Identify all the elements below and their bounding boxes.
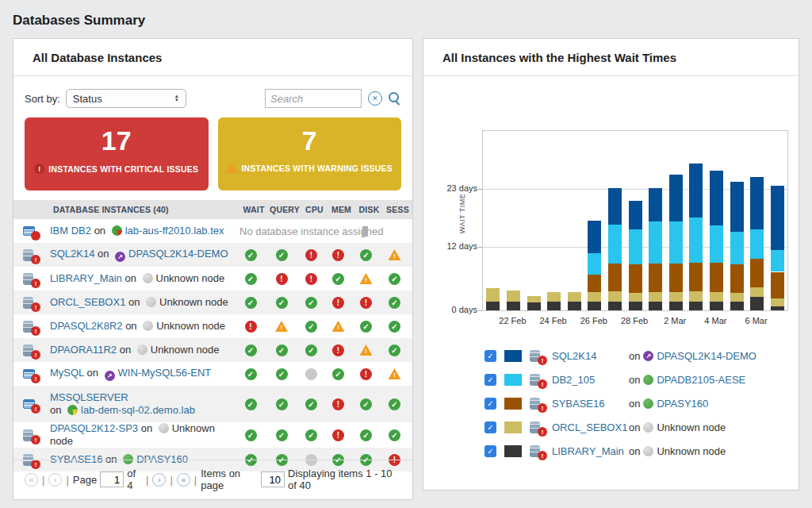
- bar-segment-sql2k14[interactable]: [689, 164, 703, 217]
- bar-segment-orcl_sebox1[interactable]: [527, 296, 541, 302]
- bar-segment-sql2k14[interactable]: [710, 171, 723, 225]
- legend-node-link[interactable]: DPASY160: [657, 398, 708, 410]
- bar-segment-library_main[interactable]: [568, 302, 581, 310]
- column-header-wait[interactable]: WAIT: [239, 205, 268, 214]
- legend-checkbox[interactable]: ✓: [485, 398, 496, 410]
- bar-segment-sybase16[interactable]: [750, 259, 764, 288]
- items-on-page-input[interactable]: [261, 471, 285, 487]
- legend-instance-link[interactable]: SQL2K14: [552, 350, 629, 362]
- bar-segment-sybase16[interactable]: [689, 263, 703, 292]
- column-header-sess[interactable]: SESS: [383, 205, 412, 214]
- legend-checkbox[interactable]: ✓: [485, 374, 496, 386]
- warning-issues-card[interactable]: 7 INSTANCES WITH WARNING ISSUES: [218, 117, 402, 190]
- legend-instance-link[interactable]: SYBASE16: [552, 398, 629, 410]
- bar-segment-library_main[interactable]: [669, 302, 683, 310]
- legend-checkbox[interactable]: ✓: [485, 421, 496, 433]
- bar-segment-orcl_sebox1[interactable]: [588, 292, 601, 302]
- bar-segment-orcl_sebox1[interactable]: [689, 291, 703, 302]
- bar-segment-orcl_sebox1[interactable]: [629, 293, 642, 302]
- search-input[interactable]: [265, 89, 362, 108]
- instance-name-link[interactable]: DPASQL2K8R2: [50, 320, 123, 332]
- instance-name-link[interactable]: LIBRARY_Main: [50, 272, 122, 284]
- bar-segment-sql2k14[interactable]: [629, 201, 642, 229]
- legend-node-link[interactable]: DPADB2105-AESE: [657, 374, 745, 386]
- bar-segment-sql2k14[interactable]: [750, 177, 764, 229]
- legend-instance-link[interactable]: DB2_105: [552, 374, 629, 386]
- bar-segment-orcl_sebox1[interactable]: [669, 292, 683, 302]
- node-name-link[interactable]: WIN-MySQL56-ENT: [118, 367, 212, 379]
- first-page-button[interactable]: «: [25, 473, 38, 487]
- bar-segment-sybase16[interactable]: [629, 264, 642, 294]
- bar-segment-db2_105[interactable]: [771, 250, 784, 271]
- bar-segment-library_main[interactable]: [750, 297, 764, 310]
- instance-name-link[interactable]: DPAORA11R2: [50, 344, 117, 356]
- bar-segment-orcl_sebox1[interactable]: [710, 292, 723, 302]
- bar-segment-sql2k14[interactable]: [608, 188, 622, 224]
- bar-segment-sybase16[interactable]: [710, 263, 723, 292]
- legend-checkbox[interactable]: ✓: [485, 445, 496, 457]
- bar-segment-orcl_sebox1[interactable]: [568, 292, 581, 301]
- bar-segment-library_main[interactable]: [527, 302, 541, 310]
- instance-name-link[interactable]: IBM DB2: [50, 225, 91, 237]
- instance-name-link[interactable]: MySQL: [50, 367, 84, 379]
- bar-segment-sql2k14[interactable]: [649, 188, 662, 221]
- column-header-cpu[interactable]: CPU: [301, 205, 327, 214]
- instance-name-link[interactable]: MSSQLSERVER: [50, 391, 128, 403]
- node-name-link[interactable]: lab-dem-sql-02.demo.lab: [81, 404, 195, 416]
- bar-segment-library_main[interactable]: [486, 302, 500, 310]
- bar-segment-orcl_sebox1[interactable]: [608, 291, 622, 302]
- bar-segment-sybase16[interactable]: [730, 264, 744, 294]
- bar-segment-library_main[interactable]: [547, 302, 561, 310]
- bar-segment-library_main[interactable]: [588, 302, 601, 310]
- bar-segment-sql2k14[interactable]: [669, 175, 683, 221]
- node-name-link[interactable]: DPASQL2K14-DEMO: [128, 248, 228, 260]
- bar-segment-library_main[interactable]: [608, 302, 622, 310]
- bar-segment-orcl_sebox1[interactable]: [486, 288, 500, 302]
- bar-segment-orcl_sebox1[interactable]: [771, 298, 784, 306]
- bar-segment-library_main[interactable]: [771, 306, 784, 310]
- bar-segment-db2_105[interactable]: [608, 225, 622, 264]
- bar-segment-db2_105[interactable]: [629, 229, 642, 264]
- critical-issues-card[interactable]: 17 ! INSTANCES WITH CRITICAL ISSUES: [25, 117, 209, 190]
- bar-segment-sql2k14[interactable]: [730, 182, 744, 232]
- bar-segment-sybase16[interactable]: [608, 264, 622, 291]
- bar-segment-sql2k14[interactable]: [588, 221, 601, 253]
- node-name-link[interactable]: lab-aus-ff2010.lab.tex: [125, 225, 224, 237]
- bar-segment-db2_105[interactable]: [710, 225, 723, 263]
- bar-segment-db2_105[interactable]: [689, 217, 703, 263]
- bar-segment-library_main[interactable]: [689, 302, 703, 310]
- clear-search-icon[interactable]: ✕: [368, 91, 382, 106]
- bar-segment-db2_105[interactable]: [649, 221, 662, 264]
- bar-segment-sql2k14[interactable]: [771, 186, 784, 250]
- legend-checkbox[interactable]: ✓: [485, 350, 496, 362]
- bar-segment-orcl_sebox1[interactable]: [507, 291, 520, 302]
- bar-segment-sybase16[interactable]: [649, 264, 662, 292]
- prev-page-button[interactable]: ‹: [48, 473, 62, 487]
- bar-segment-orcl_sebox1[interactable]: [730, 293, 744, 302]
- bar-segment-orcl_sebox1[interactable]: [649, 292, 662, 302]
- bar-segment-orcl_sebox1[interactable]: [547, 292, 561, 301]
- instance-name-link[interactable]: DPASQL2K12-SP3: [50, 422, 138, 434]
- sort-by-select[interactable]: Status ▲▼: [66, 89, 186, 108]
- bar-segment-db2_105[interactable]: [750, 229, 764, 259]
- legend-node-link[interactable]: DPASQL2K14-DEMO: [657, 350, 756, 362]
- bar-segment-orcl_sebox1[interactable]: [750, 287, 764, 297]
- bar-segment-db2_105[interactable]: [588, 253, 601, 275]
- last-page-button[interactable]: »: [177, 473, 190, 487]
- bar-segment-sybase16[interactable]: [771, 272, 784, 299]
- legend-instance-link[interactable]: ORCL_SEBOX1: [552, 421, 629, 433]
- instance-name-link[interactable]: ORCL_SEBOX1: [50, 296, 125, 308]
- bar-segment-library_main[interactable]: [710, 302, 723, 310]
- column-header-query[interactable]: QUERY: [268, 205, 301, 214]
- bar-segment-sybase16[interactable]: [669, 264, 683, 292]
- next-page-button[interactable]: ›: [152, 473, 166, 487]
- legend-instance-link[interactable]: LIBRARY_Main: [552, 445, 629, 457]
- column-header-mem[interactable]: MEM: [327, 205, 355, 214]
- bar-segment-library_main[interactable]: [507, 302, 520, 310]
- bar-segment-sybase16[interactable]: [588, 275, 601, 291]
- instance-name-link[interactable]: SQL2K14: [50, 248, 94, 260]
- search-icon[interactable]: [387, 91, 401, 106]
- bar-segment-library_main[interactable]: [730, 302, 744, 310]
- bar-segment-library_main[interactable]: [649, 302, 662, 310]
- bar-segment-db2_105[interactable]: [669, 221, 683, 264]
